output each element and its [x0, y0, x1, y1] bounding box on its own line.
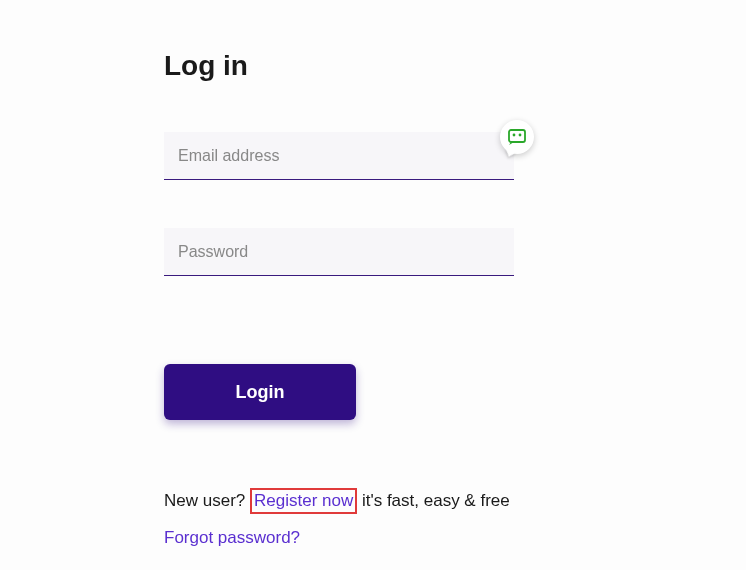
email-input[interactable] — [164, 132, 514, 180]
new-user-pre: New user? — [164, 491, 250, 510]
svg-point-1 — [513, 134, 516, 137]
password-field-wrap — [164, 228, 544, 276]
chatbot-button[interactable] — [500, 120, 534, 154]
login-button[interactable]: Login — [164, 364, 356, 420]
register-link[interactable]: Register now — [250, 488, 357, 514]
footer: New user? Register now it's fast, easy &… — [164, 488, 544, 548]
chatbot-icon — [508, 129, 526, 145]
svg-point-2 — [519, 134, 522, 137]
new-user-post: it's fast, easy & free — [357, 491, 510, 510]
password-input[interactable] — [164, 228, 514, 276]
new-user-line: New user? Register now it's fast, easy &… — [164, 488, 544, 514]
svg-rect-0 — [509, 130, 525, 142]
page-title: Log in — [164, 50, 544, 82]
email-field-wrap — [164, 132, 544, 180]
forgot-password-link[interactable]: Forgot password? — [164, 528, 300, 548]
